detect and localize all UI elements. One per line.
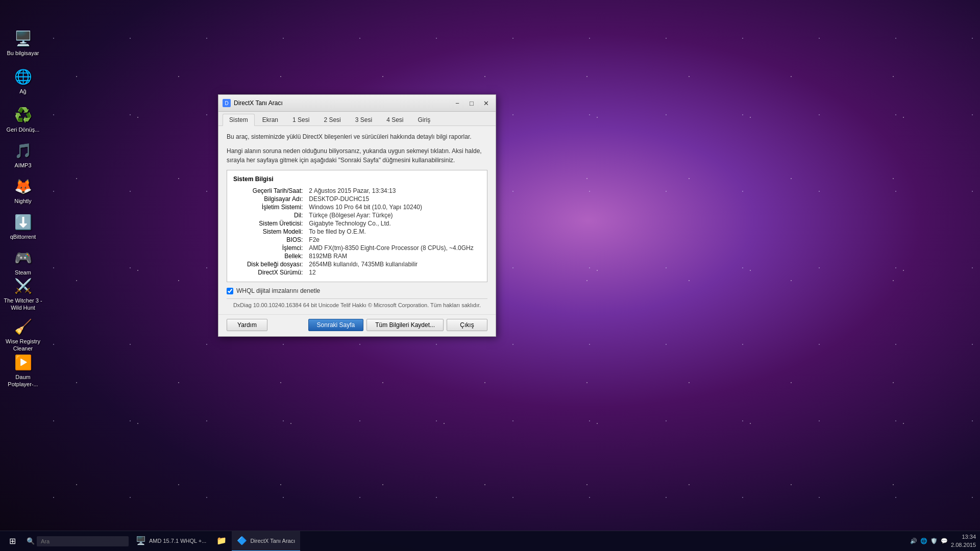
the-witcher-label: The Witcher 3 - Wild Hunt — [3, 297, 43, 312]
desktop-icon-bu-bilgisayar[interactable]: 🖥️ Bu bilgisayar — [3, 28, 43, 57]
start-button[interactable]: ⊞ — [0, 531, 24, 552]
dialog-tabs: Sistem Ekran 1 Sesi 2 Sesi 3 Sesi 4 Sesi… — [218, 112, 496, 126]
sysinfo-row-label: BIOS: — [233, 236, 307, 244]
sysinfo-row-label: Geçerli Tarih/Saat: — [233, 187, 307, 195]
desktop-icon-ag[interactable]: 🌐 Ağ — [3, 66, 43, 95]
sysinfo-row-value: AMD FX(tm)-8350 Eight-Core Processor (8 … — [307, 244, 481, 252]
sysinfo-row-value: 2654MB kullanıldı, 7435MB kullanılabilir — [307, 260, 481, 268]
sysinfo-row: Disk belleği dosyası:2654MB kullanıldı, … — [233, 260, 481, 268]
tray-icon-network[interactable]: 🌐 — [920, 538, 927, 544]
desktop-icon-geri-donusum[interactable]: ♻️ Geri Dönüş... — [3, 105, 43, 133]
wise-registry-icon: 🧹 — [13, 316, 33, 337]
desktop-icon-aimp3[interactable]: 🎵 AIMP3 — [3, 140, 43, 169]
dialog-desc-1: Bu araç, sisteminizde yüklü DirectX bile… — [227, 132, 487, 141]
bu-bilgisayar-icon: 🖥️ — [13, 28, 33, 48]
sysinfo-row-label: Dil: — [233, 211, 307, 219]
sysinfo-row-value: 2 Ağustos 2015 Pazar, 13:34:13 — [307, 187, 481, 195]
taskbar-time: 13:34 — [951, 533, 976, 541]
sysinfo-row-value: 8192MB RAM — [307, 252, 481, 260]
desktop-icon-wise-registry[interactable]: 🧹 Wise Registry Cleaner — [3, 316, 43, 353]
minimize-button[interactable]: − — [452, 98, 463, 108]
search-input[interactable] — [37, 536, 129, 546]
ag-icon: 🌐 — [13, 66, 33, 87]
directx-taskbar-label: DirectX Tanı Aracı — [250, 538, 295, 544]
sysinfo-row: Sistem Üreticisi:Gigabyte Technology Co.… — [233, 219, 481, 228]
qbittorrent-icon: ⬇️ — [13, 212, 33, 232]
dialog-button-bar: Yardım Sonraki Sayfa Tüm Bilgileri Kayde… — [218, 314, 496, 336]
taskbar-tray: 🔊 🌐 🛡️ 💬 13:34 2.08.2015 — [906, 533, 980, 549]
desktop-icon-daum-potplayer[interactable]: ▶️ Daum Potplayer-... — [3, 352, 43, 388]
dialog-btn-group-right: Sonraki Sayfa Tüm Bilgileri Kaydet... Çı… — [308, 319, 487, 331]
taskbar-clock[interactable]: 13:34 2.08.2015 — [951, 533, 976, 549]
nightly-icon: 🦊 — [13, 176, 33, 196]
sysinfo-row-value: To be filed by O.E.M. — [307, 228, 481, 236]
search-icon: 🔍 — [27, 537, 35, 545]
the-witcher-icon: ⚔️ — [13, 276, 33, 296]
desktop-icon-the-witcher[interactable]: ⚔️ The Witcher 3 - Wild Hunt — [3, 276, 43, 312]
tab-ekran[interactable]: Ekran — [256, 114, 285, 126]
taskbar-item-directx[interactable]: 🔷 DirectX Tanı Aracı — [232, 531, 300, 552]
amd-taskbar-label: AMD 15.7.1 WHQL +... — [149, 538, 206, 544]
tab-sistem[interactable]: Sistem — [223, 114, 255, 126]
dialog-title-icon: D — [223, 99, 231, 107]
sysinfo-row-label: Disk belleği dosyası: — [233, 260, 307, 268]
tray-icon-security[interactable]: 🛡️ — [930, 538, 938, 544]
tum-bilgi-kaydet-button[interactable]: Tüm Bilgileri Kaydet... — [366, 319, 444, 331]
footer-note: DxDiag 10.00.10240.16384 64 bit Unicode … — [227, 298, 487, 308]
dialog-title-text: DirectX Tanı Aracı — [234, 99, 449, 107]
aimp3-label: AIMP3 — [14, 162, 31, 169]
tab-sesi-1[interactable]: 1 Sesi — [286, 114, 316, 126]
taskbar-date: 2.08.2015 — [951, 541, 976, 549]
qbittorrent-label: qBittorrent — [10, 233, 36, 240]
whql-label: WHQL dijital imzalarını denetle — [236, 287, 320, 294]
geri-donusum-icon: ♻️ — [13, 105, 33, 125]
sysinfo-row-value: Gigabyte Technology Co., Ltd. — [307, 219, 481, 228]
sonraki-sayfa-button[interactable]: Sonraki Sayfa — [308, 319, 364, 331]
taskbar-search[interactable]: 🔍 — [27, 536, 129, 546]
desktop-icon-steam[interactable]: 🎮 Steam — [3, 247, 43, 276]
tab-sesi-3[interactable]: 3 Sesi — [349, 114, 379, 126]
restore-button[interactable]: □ — [466, 98, 477, 108]
bu-bilgisayar-label: Bu bilgisayar — [7, 49, 39, 57]
tab-sesi-2[interactable]: 2 Sesi — [317, 114, 347, 126]
tray-icon-speaker[interactable]: 🔊 — [910, 538, 917, 544]
sysinfo-row: Bellek:8192MB RAM — [233, 252, 481, 260]
sysinfo-row: İşletim Sistemi:Windows 10 Pro 64 bit (1… — [233, 203, 481, 211]
taskbar-item-amd[interactable]: 🖥️ AMD 15.7.1 WHQL +... — [131, 531, 211, 552]
yardim-button[interactable]: Yardım — [227, 319, 267, 331]
whql-checkbox[interactable] — [227, 288, 233, 294]
geri-donusum-label: Geri Dönüş... — [7, 126, 40, 133]
nightly-label: Nightly — [14, 197, 32, 205]
file-explorer-taskbar-icon: 📁 — [216, 536, 227, 545]
directx-taskbar-icon: 🔷 — [237, 536, 247, 545]
sysinfo-row-value: F2e — [307, 236, 481, 244]
whql-checkbox-row: WHQL dijital imzalarını denetle — [227, 287, 487, 294]
tray-icon-msg[interactable]: 💬 — [941, 538, 948, 544]
directx-dialog: D DirectX Tanı Aracı − □ ✕ Sistem Ekran … — [218, 94, 496, 337]
desktop-icon-qbittorrent[interactable]: ⬇️ qBittorrent — [3, 212, 43, 240]
close-button[interactable]: ✕ — [480, 98, 492, 108]
sysinfo-row: DirectX Sürümü:12 — [233, 268, 481, 277]
dialog-desc-2: Hangi alanın soruna neden olduğunu biliy… — [227, 146, 487, 165]
sysinfo-row-value: 12 — [307, 268, 481, 277]
taskbar-item-file-explorer[interactable]: 📁 — [211, 531, 232, 552]
sysinfo-title: Sistem Bilgisi — [233, 176, 481, 183]
taskbar: ⊞ 🔍 🖥️ AMD 15.7.1 WHQL +... 📁 🔷 DirectX … — [0, 531, 980, 551]
dialog-titlebar: D DirectX Tanı Aracı − □ ✕ — [218, 95, 496, 112]
tab-giris[interactable]: Giriş — [411, 114, 437, 126]
sysinfo-row: BIOS:F2e — [233, 236, 481, 244]
sysinfo-row: Geçerli Tarih/Saat:2 Ağustos 2015 Pazar,… — [233, 187, 481, 195]
sysinfo-row-label: İşletim Sistemi: — [233, 203, 307, 211]
cikis-button[interactable]: Çıkış — [447, 319, 487, 331]
sysinfo-row: İşlemci:AMD FX(tm)-8350 Eight-Core Proce… — [233, 244, 481, 252]
sysinfo-row-label: Bellek: — [233, 252, 307, 260]
sysinfo-row-label: Sistem Üreticisi: — [233, 219, 307, 228]
sysinfo-table: Geçerli Tarih/Saat:2 Ağustos 2015 Pazar,… — [233, 187, 481, 277]
desktop-icon-nightly[interactable]: 🦊 Nightly — [3, 176, 43, 205]
sysinfo-row: Dil:Türkçe (Bölgesel Ayar: Türkçe) — [233, 211, 481, 219]
amd-taskbar-icon: 🖥️ — [136, 536, 146, 545]
sysinfo-row-value: DESKTOP-DUCHC15 — [307, 195, 481, 203]
sysinfo-row-value: Windows 10 Pro 64 bit (10.0, Yapı 10240) — [307, 203, 481, 211]
ag-label: Ağ — [19, 88, 26, 95]
tab-sesi-4[interactable]: 4 Sesi — [380, 114, 410, 126]
